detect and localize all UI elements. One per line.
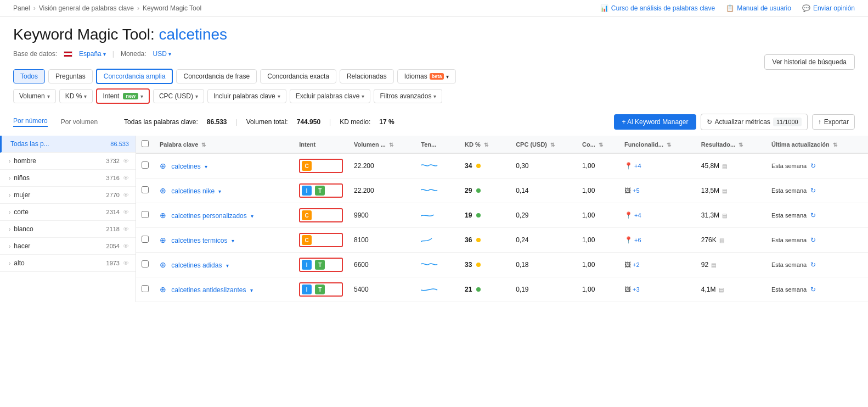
row-refresh-icon[interactable]: ↻ — [810, 187, 816, 194]
eye-ninos-icon[interactable]: 👁 — [123, 175, 129, 181]
sidebar-item-alto[interactable]: › alto 1973 👁 — [0, 255, 136, 272]
row-check-cell — [136, 203, 154, 228]
sidebar-all-left: Todas las p... — [10, 140, 49, 148]
incluir-dropdown[interactable]: Incluir palabras clave ▾ — [207, 89, 286, 103]
keyword-dropdown-icon[interactable]: ▾ — [226, 263, 229, 269]
tab-preguntas[interactable]: Preguntas — [48, 69, 93, 83]
sidebar-item-corte[interactable]: › corte 2314 👁 — [0, 204, 136, 221]
row-checkbox[interactable] — [142, 260, 149, 267]
tab-concordancia-amplia[interactable]: Concordancia amplia — [96, 69, 173, 84]
keyword-sort-icon[interactable]: ⇅ — [201, 142, 206, 148]
add-keyword-icon[interactable]: ⊕ — [160, 211, 166, 220]
kd-dot-icon — [476, 164, 481, 168]
db-value: España — [79, 50, 102, 58]
func-sort-icon[interactable]: ⇅ — [667, 142, 671, 148]
keyword-dropdown-icon[interactable]: ▾ — [232, 238, 234, 244]
keyword-link[interactable]: calcetines personalizados — [171, 212, 246, 220]
db-dropdown[interactable]: España ▾ — [79, 50, 106, 58]
sidebar-item-blanco[interactable]: › blanco 2118 👁 — [0, 221, 136, 238]
tab-concordancia-exacta[interactable]: Concordancia exacta — [260, 69, 336, 83]
row-refresh-icon[interactable]: ↻ — [810, 162, 816, 170]
view-tab-por-volumen[interactable]: Por volumen — [61, 118, 98, 126]
intent-dropdown[interactable]: Intent new ▾ — [96, 88, 150, 104]
keyword-link[interactable]: calcetines termicos — [171, 237, 227, 244]
row-refresh-icon[interactable]: ↻ — [810, 286, 816, 293]
add-keyword-icon[interactable]: ⊕ — [160, 260, 166, 269]
keyword-link[interactable]: calcetines antideslizantes — [171, 286, 246, 294]
result-sort-icon[interactable]: ⇅ — [739, 142, 743, 148]
curso-link[interactable]: 📊 Curso de análisis de palabras clave — [600, 4, 715, 12]
history-button[interactable]: Ver historial de búsqueda — [764, 54, 855, 70]
tab-relacionadas[interactable]: Relacionadas — [340, 69, 394, 83]
volume-sort-icon[interactable]: ⇅ — [389, 142, 393, 148]
row-checkbox[interactable] — [142, 211, 149, 218]
sidebar-item-hombre[interactable]: › hombre 3732 👁 — [0, 153, 136, 170]
avanzados-dropdown[interactable]: Filtros avanzados ▾ — [374, 89, 442, 103]
row-checkbox[interactable] — [142, 161, 149, 169]
keyword-link[interactable]: calcetines adidas — [171, 261, 222, 269]
kd-dropdown[interactable]: KD % ▾ — [59, 89, 93, 103]
volumen-dropdown[interactable]: Volumen ▾ — [13, 89, 56, 103]
manual-link[interactable]: 📋 Manual de usuario — [726, 4, 791, 12]
main-table: Palabra clave ⇅ Intent Volumen ... ⇅ Ten… — [136, 136, 868, 302]
currency-dropdown[interactable]: USD ▾ — [153, 50, 171, 58]
excluir-chevron-icon: ▾ — [362, 93, 364, 99]
feature-count: +4 — [634, 163, 641, 169]
eye-alto-icon[interactable]: 👁 — [123, 260, 129, 266]
keyword-link[interactable]: calcetines nike — [171, 187, 215, 195]
co-sort-icon[interactable]: ⇅ — [599, 142, 603, 148]
add-keyword-icon[interactable]: ⊕ — [160, 186, 166, 195]
add-keyword-icon[interactable]: ⊕ — [160, 236, 166, 244]
breadcrumb-vision[interactable]: Visión general de palabras clave — [39, 4, 134, 12]
trend-chart — [421, 210, 441, 220]
excluir-dropdown[interactable]: Excluir palabras clave ▾ — [290, 89, 371, 103]
table-header-row: Palabra clave ⇅ Intent Volumen ... ⇅ Ten… — [136, 136, 868, 153]
row-checkbox[interactable] — [142, 186, 149, 193]
row-refresh-icon[interactable]: ↻ — [810, 211, 816, 219]
tab-idiomas[interactable]: Idiomas beta ▾ — [397, 69, 456, 83]
feature-icon: 📍 — [624, 162, 633, 170]
kd-sort-icon[interactable]: ⇅ — [484, 142, 488, 148]
row-keyword-cell: ⊕ calcetines termicos ▾ — [154, 228, 294, 253]
cpc-sort-icon[interactable]: ⇅ — [550, 142, 555, 148]
cpc-label: CPC (USD) — [159, 92, 193, 100]
eye-blanco-icon[interactable]: 👁 — [123, 226, 129, 232]
eye-hombre-icon[interactable]: 👁 — [123, 158, 129, 164]
tab-todos[interactable]: Todos — [13, 69, 45, 83]
row-refresh-icon[interactable]: ↻ — [810, 236, 816, 244]
row-refresh-icon[interactable]: ↻ — [810, 261, 816, 269]
opinion-link[interactable]: 💬 Enviar opinión — [802, 4, 855, 12]
sidebar-item-mujer[interactable]: › mujer 2770 👁 — [0, 187, 136, 204]
row-kd-cell: 33 — [459, 253, 510, 277]
sidebar-item-ninos[interactable]: › niños 3716 👁 — [0, 170, 136, 187]
row-checkbox[interactable] — [142, 285, 149, 292]
select-all-checkbox[interactable] — [142, 140, 149, 147]
actualizar-button[interactable]: ↻ Actualizar métricas 11/1000 — [701, 114, 808, 130]
sidebar-hacer-label: hacer — [14, 242, 30, 250]
search-keyword: calcetines — [159, 26, 228, 43]
add-keyword-icon[interactable]: ⊕ — [160, 285, 166, 294]
sidebar-item-all[interactable]: Todas las p... 86.533 — [0, 136, 136, 153]
keyword-link[interactable]: calcetines — [171, 163, 200, 170]
keyword-dropdown-icon[interactable]: ▾ — [250, 287, 253, 293]
cpc-dropdown[interactable]: CPC (USD) ▾ — [153, 89, 204, 103]
keyword-dropdown-icon[interactable]: ▾ — [218, 188, 221, 194]
manual-label: Manual de usuario — [737, 4, 791, 12]
title-prefix: Keyword Magic Tool: — [13, 26, 155, 43]
update-sort-icon[interactable]: ⇅ — [833, 142, 837, 148]
eye-corte-icon[interactable]: 👁 — [123, 209, 129, 215]
keyword-dropdown-icon[interactable]: ▾ — [205, 164, 207, 170]
row-checkbox[interactable] — [142, 236, 149, 243]
breadcrumb-panel[interactable]: Panel — [13, 4, 30, 12]
tab-concordancia-frase[interactable]: Concordancia de frase — [176, 69, 257, 83]
keyword-manager-button[interactable]: + Al Keyword Manager — [614, 114, 696, 130]
th-func-label: Funcionalid... — [624, 141, 663, 148]
keyword-dropdown-icon[interactable]: ▾ — [251, 213, 253, 219]
top-links: 📊 Curso de análisis de palabras clave 📋 … — [600, 4, 855, 12]
add-keyword-icon[interactable]: ⊕ — [160, 161, 166, 170]
sidebar-item-hacer[interactable]: › hacer 2054 👁 — [0, 238, 136, 255]
view-tab-por-numero[interactable]: Por número — [13, 117, 48, 127]
eye-mujer-icon[interactable]: 👁 — [123, 192, 129, 198]
exportar-button[interactable]: ↑ Exportar — [812, 114, 855, 130]
eye-hacer-icon[interactable]: 👁 — [123, 243, 129, 249]
